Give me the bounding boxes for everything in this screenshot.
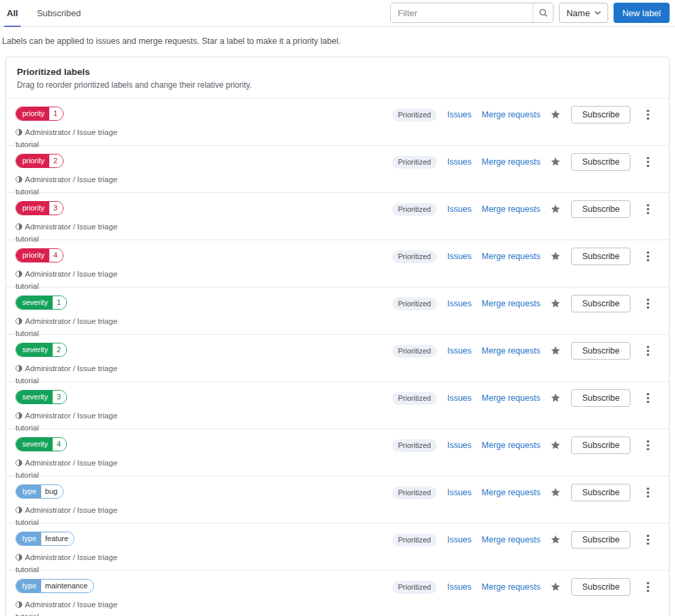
label-row: type feature Administrator / Issue triag… xyxy=(6,524,669,571)
subscribe-button[interactable]: Subscribe xyxy=(571,531,630,549)
search-icon[interactable] xyxy=(533,3,553,22)
new-label-button[interactable]: New label xyxy=(614,3,670,23)
star-icon[interactable] xyxy=(550,393,561,403)
merge-requests-link[interactable]: Merge requests xyxy=(482,204,541,214)
issues-link[interactable]: Issues xyxy=(447,299,471,308)
tab-subscribed[interactable]: Subscribed xyxy=(36,1,82,26)
subscribe-button[interactable]: Subscribe xyxy=(571,106,630,123)
issues-link[interactable]: Issues xyxy=(447,204,471,214)
label-value: maintenance xyxy=(41,580,93,592)
label-value: 3 xyxy=(49,202,63,215)
merge-requests-link[interactable]: Merge requests xyxy=(482,535,541,544)
label-actions: Prioritized Issues Merge requests Subscr… xyxy=(392,248,656,264)
label-info: severity 2 Administrator / Issue triage … xyxy=(16,343,136,387)
issues-link[interactable]: Issues xyxy=(447,252,471,261)
half-circle-icon xyxy=(16,223,22,230)
label-actions: Prioritized Issues Merge requests Subscr… xyxy=(392,107,656,123)
scoped-label-badge[interactable]: type feature xyxy=(16,532,74,546)
label-value: 2 xyxy=(53,343,66,356)
more-actions-icon[interactable] xyxy=(641,248,655,264)
more-actions-icon[interactable] xyxy=(641,390,655,406)
scoped-label-badge[interactable]: priority 2 xyxy=(16,154,63,168)
scoped-label-badge[interactable]: priority 1 xyxy=(16,107,63,121)
merge-requests-link[interactable]: Merge requests xyxy=(482,393,541,403)
sort-dropdown-button[interactable]: Name xyxy=(559,3,608,23)
star-icon[interactable] xyxy=(550,487,561,498)
project-path-label: Administrator / Issue triage tutorial xyxy=(16,223,117,243)
active-tab-indicator xyxy=(4,26,21,27)
issues-link[interactable]: Issues xyxy=(447,393,471,403)
label-value: 4 xyxy=(49,249,63,262)
scoped-label-badge[interactable]: type maintenance xyxy=(16,579,94,593)
issues-link[interactable]: Issues xyxy=(447,441,471,450)
issues-link[interactable]: Issues xyxy=(447,488,471,497)
subscribe-button[interactable]: Subscribe xyxy=(571,200,630,218)
subscribe-button[interactable]: Subscribe xyxy=(571,295,630,312)
more-actions-icon[interactable] xyxy=(641,579,655,595)
scoped-label-badge[interactable]: severity 1 xyxy=(16,296,67,310)
more-actions-icon[interactable] xyxy=(641,154,655,170)
star-icon[interactable] xyxy=(550,582,561,592)
scoped-label-badge[interactable]: severity 4 xyxy=(16,437,67,451)
more-actions-icon[interactable] xyxy=(641,296,655,312)
subscribe-button[interactable]: Subscribe xyxy=(571,437,630,454)
subscribe-button[interactable]: Subscribe xyxy=(571,578,630,596)
issues-link[interactable]: Issues xyxy=(447,346,471,356)
merge-requests-link[interactable]: Merge requests xyxy=(482,582,541,592)
star-icon[interactable] xyxy=(550,345,561,356)
scoped-label-badge[interactable]: severity 3 xyxy=(16,390,67,404)
tab-all[interactable]: All xyxy=(5,1,20,26)
tabs: All Subscribed xyxy=(5,1,82,26)
project-path-label: Administrator / Issue triage tutorial xyxy=(16,506,117,526)
subscribe-button[interactable]: Subscribe xyxy=(571,389,630,407)
filter-input[interactable] xyxy=(391,3,533,22)
prioritized-badge: Prioritized xyxy=(392,250,437,263)
more-actions-icon[interactable] xyxy=(641,201,655,217)
star-icon[interactable] xyxy=(550,251,561,262)
scoped-label-badge[interactable]: type bug xyxy=(16,484,63,499)
label-actions: Prioritized Issues Merge requests Subscr… xyxy=(392,296,656,312)
project-path-label: Administrator / Issue triage tutorial xyxy=(16,600,117,616)
more-actions-icon[interactable] xyxy=(641,437,655,453)
label-row: priority 3 Administrator / Issue triage … xyxy=(6,193,669,240)
more-actions-icon[interactable] xyxy=(641,484,655,501)
scoped-label-badge[interactable]: priority 3 xyxy=(16,201,63,215)
merge-requests-link[interactable]: Merge requests xyxy=(482,110,541,119)
labels-tabs-bar: All Subscribed Name xyxy=(0,0,675,27)
subscribe-button[interactable]: Subscribe xyxy=(571,342,630,360)
merge-requests-link[interactable]: Merge requests xyxy=(482,299,541,308)
tab-subscribed-label: Subscribed xyxy=(37,8,81,18)
more-actions-icon[interactable] xyxy=(641,343,655,359)
merge-requests-link[interactable]: Merge requests xyxy=(482,157,541,167)
star-icon[interactable] xyxy=(550,157,561,167)
star-icon[interactable] xyxy=(550,109,561,120)
label-scope: priority xyxy=(16,155,49,167)
merge-requests-link[interactable]: Merge requests xyxy=(482,346,541,356)
project-path: Administrator / Issue triage tutorial xyxy=(16,316,136,340)
card-subtitle: Drag to reorder prioritized labels and c… xyxy=(17,80,658,90)
star-icon[interactable] xyxy=(550,534,561,545)
page-description: Labels can be applied to issues and merg… xyxy=(0,27,675,57)
label-value: 3 xyxy=(53,391,66,403)
merge-requests-link[interactable]: Merge requests xyxy=(482,252,541,261)
issues-link[interactable]: Issues xyxy=(447,157,471,167)
scoped-label-badge[interactable]: priority 4 xyxy=(16,248,63,262)
issues-link[interactable]: Issues xyxy=(447,582,471,592)
subscribe-button[interactable]: Subscribe xyxy=(571,153,630,171)
star-icon[interactable] xyxy=(550,298,561,309)
merge-requests-link[interactable]: Merge requests xyxy=(482,441,541,450)
subscribe-button[interactable]: Subscribe xyxy=(571,484,630,501)
issues-link[interactable]: Issues xyxy=(447,535,471,544)
label-info: type bug Administrator / Issue triage tu… xyxy=(16,484,136,529)
star-icon[interactable] xyxy=(550,204,561,215)
scoped-label-badge[interactable]: severity 2 xyxy=(16,343,67,357)
label-info: priority 2 Administrator / Issue triage … xyxy=(16,154,136,198)
label-actions: Prioritized Issues Merge requests Subscr… xyxy=(392,532,656,548)
issues-link[interactable]: Issues xyxy=(447,110,471,119)
more-actions-icon[interactable] xyxy=(641,107,655,123)
more-actions-icon[interactable] xyxy=(641,532,655,548)
half-circle-icon xyxy=(16,365,22,372)
merge-requests-link[interactable]: Merge requests xyxy=(482,488,541,497)
star-icon[interactable] xyxy=(550,440,561,451)
subscribe-button[interactable]: Subscribe xyxy=(571,248,630,265)
